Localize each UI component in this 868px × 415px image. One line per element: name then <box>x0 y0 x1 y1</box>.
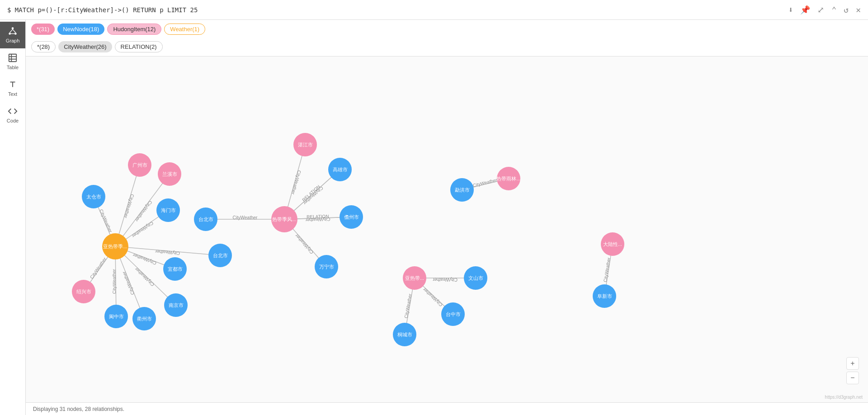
svg-rect-6 <box>9 54 17 62</box>
node-taicang[interactable]: 太仓市 <box>82 185 105 208</box>
node-langzhong[interactable]: 阆中市 <box>104 305 128 328</box>
node-taichung[interactable]: 台中市 <box>441 302 465 326</box>
svg-text:CityWeather: CityWeather <box>302 185 324 206</box>
node-menghong[interactable]: 勐洪市 <box>450 178 474 202</box>
node-dalu[interactable]: 大陆性... <box>601 232 624 256</box>
tag-cityweather[interactable]: CityWeather(26) <box>58 41 112 52</box>
sidebar-label-graph: Graph <box>6 38 20 43</box>
svg-text:CityWeather: CityWeather <box>403 293 412 319</box>
tags-bar: *(31) NewNode(18) HudongItem(12) Weather… <box>26 20 868 57</box>
node-rezhanlin[interactable]: 热带雨林... <box>497 167 520 190</box>
node-taibei1[interactable]: 台北市 <box>194 208 217 231</box>
table-icon <box>8 53 18 63</box>
node-rezhan[interactable]: 热带季风... <box>271 206 297 232</box>
zoom-in-button[interactable]: + <box>846 357 859 370</box>
sidebar-label-text: Text <box>8 91 17 97</box>
node-yizhou[interactable]: 儋州市 <box>340 205 363 229</box>
expand-icon[interactable]: ⤢ <box>817 5 824 14</box>
sidebar-label-code: Code <box>7 118 19 123</box>
svg-text:CityWeather: CityWeather <box>233 215 258 220</box>
svg-text:CityWeather: CityWeather <box>134 200 153 223</box>
toolbar-icons: ⬇ 📌 ⤢ ⌃ ↺ ✕ <box>788 5 861 14</box>
content-area: *(31) NewNode(18) HudongItem(12) Weather… <box>26 20 868 415</box>
collapse-icon[interactable]: ⌃ <box>831 5 836 14</box>
node-fuxin[interactable]: 阜新市 <box>593 284 616 308</box>
svg-text:CityWeather: CityWeather <box>432 277 458 282</box>
svg-text:CityWeather: CityWeather <box>134 266 155 288</box>
tag-newnode[interactable]: NewNode(18) <box>57 24 104 35</box>
node-yare[interactable]: 亚热带季... <box>102 233 128 259</box>
node-tongcheng[interactable]: 桐城市 <box>393 323 416 346</box>
edges-svg: CityWeatherCityWeatherCityWeatherCityWea… <box>26 57 868 402</box>
node-haimen[interactable]: 海门市 <box>156 198 180 222</box>
svg-text:CityWeather: CityWeather <box>294 233 314 255</box>
svg-point-0 <box>12 27 14 29</box>
status-bar: Displaying 31 nodes, 28 relationships. <box>26 402 868 415</box>
node-lanxi[interactable]: 兰溪市 <box>158 162 181 186</box>
node-zhanjiang[interactable]: 湛江市 <box>293 133 317 156</box>
svg-text:CityWeather: CityWeather <box>89 256 108 280</box>
node-gaoxiong[interactable]: 高雄市 <box>328 158 352 181</box>
svg-text:CityWeather: CityWeather <box>155 249 180 256</box>
svg-text:RELATION: RELATION <box>301 184 321 203</box>
code-icon <box>8 106 18 116</box>
svg-line-3 <box>10 29 13 33</box>
graph-canvas[interactable]: CityWeatherCityWeatherCityWeatherCityWea… <box>26 57 868 402</box>
refresh-icon[interactable]: ↺ <box>844 5 849 14</box>
node-quzhou[interactable]: 衢州市 <box>132 307 156 330</box>
graph-icon <box>8 26 18 36</box>
svg-text:CityWeather: CityWeather <box>603 257 611 283</box>
watermark: https://d3graph.net <box>825 395 863 400</box>
svg-text:CityWeather: CityWeather <box>305 217 330 223</box>
sidebar-item-text[interactable]: Text <box>0 75 25 102</box>
svg-line-22 <box>115 246 220 255</box>
tag-weather[interactable]: Weather(1) <box>164 24 205 35</box>
download-icon[interactable]: ⬇ <box>788 5 793 14</box>
top-bar: $ MATCH p=()-[r:CityWeather]->() RETURN … <box>0 0 868 20</box>
node-wanning[interactable]: 万宁市 <box>315 255 338 278</box>
svg-text:CityWeather: CityWeather <box>121 270 135 296</box>
sidebar-item-code[interactable]: Code <box>0 102 25 128</box>
svg-text:CityWeather: CityWeather <box>131 221 154 239</box>
status-text: Displaying 31 nodes, 28 relationships. <box>33 406 124 412</box>
tag-all-rels[interactable]: *(28) <box>31 41 56 52</box>
sidebar-label-table: Table <box>7 65 19 70</box>
svg-text:CityWeather: CityWeather <box>291 170 302 195</box>
text-icon <box>8 80 18 90</box>
tag-hudongitem[interactable]: HudongItem(12) <box>107 24 161 35</box>
main-area: Graph Table Text Code <box>0 20 868 415</box>
svg-text:CityWeather: CityWeather <box>132 252 157 266</box>
node-shaoxing[interactable]: 绍兴市 <box>72 280 95 303</box>
node-taibei2[interactable]: 台北市 <box>208 244 232 267</box>
svg-text:CityWeather: CityWeather <box>123 193 135 219</box>
close-icon[interactable]: ✕ <box>856 5 861 14</box>
svg-text:RELATION: RELATION <box>307 214 329 220</box>
pin-icon[interactable]: 📌 <box>800 5 810 14</box>
node-wenshan[interactable]: 文山市 <box>464 266 487 290</box>
tag-relation[interactable]: RELATION(2) <box>115 41 163 52</box>
sidebar-item-table[interactable]: Table <box>0 48 25 75</box>
zoom-controls: + − <box>846 357 859 384</box>
sidebar: Graph Table Text Code <box>0 20 26 415</box>
node-guangzhou[interactable]: 广州市 <box>128 153 151 177</box>
node-yare2[interactable]: 亚热带... <box>403 266 426 290</box>
svg-line-4 <box>13 29 15 33</box>
node-yichang[interactable]: 宜都市 <box>163 257 187 281</box>
svg-text:CityWeather: CityWeather <box>422 287 443 307</box>
tag-all-nodes[interactable]: *(31) <box>31 24 55 35</box>
zoom-out-button[interactable]: − <box>846 372 859 384</box>
svg-text:CityWeather: CityWeather <box>99 208 113 233</box>
sidebar-item-graph[interactable]: Graph <box>0 22 25 48</box>
svg-text:CityWeather: CityWeather <box>112 269 117 294</box>
svg-text:CityWeather: CityWeather <box>472 177 498 188</box>
query-text: $ MATCH p=()-[r:CityWeather]->() RETURN … <box>7 6 788 14</box>
node-nanjing[interactable]: 南京市 <box>164 293 188 317</box>
